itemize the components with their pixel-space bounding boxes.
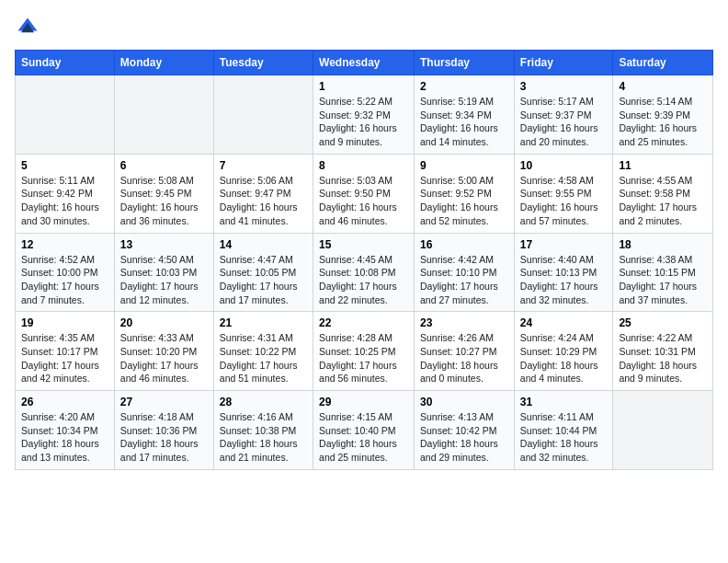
day-number: 6 [120,159,208,172]
calendar-table: SundayMondayTuesdayWednesdayThursdayFrid… [15,50,713,470]
calendar-cell: 29Sunrise: 4:15 AM Sunset: 10:40 PM Dayl… [313,391,415,470]
calendar-cell: 20Sunrise: 4:33 AM Sunset: 10:20 PM Dayl… [114,312,213,391]
calendar-cell [613,391,713,470]
page-header [15,15,713,40]
day-number: 19 [21,316,108,329]
day-info: Sunrise: 4:45 AM Sunset: 10:08 PM Daylig… [319,253,408,307]
day-info: Sunrise: 4:26 AM Sunset: 10:27 PM Daylig… [420,331,508,385]
day-number: 17 [520,238,608,251]
calendar-cell: 14Sunrise: 4:47 AM Sunset: 10:05 PM Dayl… [213,233,313,312]
day-info: Sunrise: 4:33 AM Sunset: 10:20 PM Daylig… [120,331,208,385]
calendar-cell [16,75,115,155]
day-number: 28 [220,396,307,408]
day-number: 5 [21,159,108,172]
week-row-3: 12Sunrise: 4:52 AM Sunset: 10:00 PM Dayl… [16,233,713,312]
day-info: Sunrise: 4:35 AM Sunset: 10:17 PM Daylig… [21,331,108,385]
calendar-cell: 6Sunrise: 5:08 AM Sunset: 9:45 PM Daylig… [114,154,213,233]
week-row-2: 5Sunrise: 5:11 AM Sunset: 9:42 PM Daylig… [16,154,713,233]
calendar-cell: 17Sunrise: 4:40 AM Sunset: 10:13 PM Dayl… [514,233,613,312]
day-number: 31 [520,396,608,408]
calendar-cell: 28Sunrise: 4:16 AM Sunset: 10:38 PM Dayl… [213,391,313,470]
day-number: 10 [520,159,608,172]
calendar-cell: 11Sunrise: 4:55 AM Sunset: 9:58 PM Dayli… [613,154,713,233]
day-number: 16 [420,238,508,251]
calendar-cell: 4Sunrise: 5:14 AM Sunset: 9:39 PM Daylig… [613,75,713,155]
day-info: Sunrise: 4:52 AM Sunset: 10:00 PM Daylig… [21,253,108,307]
col-header-friday: Friday [514,51,613,75]
calendar-cell: 18Sunrise: 4:38 AM Sunset: 10:15 PM Dayl… [613,233,713,312]
day-info: Sunrise: 5:00 AM Sunset: 9:52 PM Dayligh… [420,174,508,228]
calendar-cell: 25Sunrise: 4:22 AM Sunset: 10:31 PM Dayl… [613,312,713,391]
calendar-cell [213,75,313,155]
day-number: 26 [21,396,108,408]
day-info: Sunrise: 4:13 AM Sunset: 10:42 PM Daylig… [420,410,508,465]
logo [15,15,44,40]
calendar-cell: 26Sunrise: 4:20 AM Sunset: 10:34 PM Dayl… [16,391,115,470]
day-number: 1 [319,80,408,93]
day-info: Sunrise: 5:17 AM Sunset: 9:37 PM Dayligh… [520,95,608,149]
calendar-cell: 13Sunrise: 4:50 AM Sunset: 10:03 PM Dayl… [114,233,213,312]
day-number: 4 [619,80,707,93]
calendar-cell: 19Sunrise: 4:35 AM Sunset: 10:17 PM Dayl… [16,312,115,391]
week-row-1: 1Sunrise: 5:22 AM Sunset: 9:32 PM Daylig… [16,75,713,155]
day-number: 3 [520,80,608,93]
day-number: 15 [319,238,408,251]
calendar-cell: 16Sunrise: 4:42 AM Sunset: 10:10 PM Dayl… [415,233,515,312]
day-info: Sunrise: 4:18 AM Sunset: 10:36 PM Daylig… [120,410,208,465]
calendar-cell: 30Sunrise: 4:13 AM Sunset: 10:42 PM Dayl… [415,391,515,470]
day-info: Sunrise: 5:11 AM Sunset: 9:42 PM Dayligh… [21,174,108,228]
day-info: Sunrise: 5:19 AM Sunset: 9:34 PM Dayligh… [420,95,508,149]
day-info: Sunrise: 4:20 AM Sunset: 10:34 PM Daylig… [21,410,108,465]
day-number: 2 [420,80,508,93]
day-number: 11 [619,159,707,172]
calendar-cell: 24Sunrise: 4:24 AM Sunset: 10:29 PM Dayl… [514,312,613,391]
day-info: Sunrise: 5:08 AM Sunset: 9:45 PM Dayligh… [120,174,208,228]
day-info: Sunrise: 4:47 AM Sunset: 10:05 PM Daylig… [220,253,307,307]
day-info: Sunrise: 4:42 AM Sunset: 10:10 PM Daylig… [420,253,508,307]
calendar-cell: 8Sunrise: 5:03 AM Sunset: 9:50 PM Daylig… [313,154,415,233]
day-number: 18 [619,238,707,251]
calendar-cell: 15Sunrise: 4:45 AM Sunset: 10:08 PM Dayl… [313,233,415,312]
day-info: Sunrise: 4:31 AM Sunset: 10:22 PM Daylig… [220,331,307,385]
day-number: 23 [420,316,508,329]
day-number: 29 [319,396,408,408]
calendar-cell: 3Sunrise: 5:17 AM Sunset: 9:37 PM Daylig… [514,75,613,155]
calendar-cell: 2Sunrise: 5:19 AM Sunset: 9:34 PM Daylig… [415,75,515,155]
day-info: Sunrise: 4:28 AM Sunset: 10:25 PM Daylig… [319,331,408,385]
col-header-thursday: Thursday [415,51,515,75]
day-number: 22 [319,316,408,329]
day-number: 20 [120,316,208,329]
col-header-wednesday: Wednesday [313,51,415,75]
day-info: Sunrise: 5:22 AM Sunset: 9:32 PM Dayligh… [319,95,408,149]
calendar-cell: 10Sunrise: 4:58 AM Sunset: 9:55 PM Dayli… [514,154,613,233]
day-info: Sunrise: 4:16 AM Sunset: 10:38 PM Daylig… [220,410,307,465]
calendar-cell: 22Sunrise: 4:28 AM Sunset: 10:25 PM Dayl… [313,312,415,391]
calendar-cell: 7Sunrise: 5:06 AM Sunset: 9:47 PM Daylig… [213,154,313,233]
day-info: Sunrise: 4:22 AM Sunset: 10:31 PM Daylig… [619,331,707,385]
col-header-tuesday: Tuesday [213,51,313,75]
day-info: Sunrise: 5:06 AM Sunset: 9:47 PM Dayligh… [220,174,307,228]
logo-icon [15,15,40,40]
calendar-cell: 1Sunrise: 5:22 AM Sunset: 9:32 PM Daylig… [313,75,415,155]
day-info: Sunrise: 4:55 AM Sunset: 9:58 PM Dayligh… [619,174,707,228]
day-number: 24 [520,316,608,329]
calendar-cell [114,75,213,155]
week-row-4: 19Sunrise: 4:35 AM Sunset: 10:17 PM Dayl… [16,312,713,391]
calendar-cell: 31Sunrise: 4:11 AM Sunset: 10:44 PM Dayl… [514,391,613,470]
day-number: 7 [220,159,307,172]
day-number: 21 [220,316,307,329]
day-number: 12 [21,238,108,251]
day-number: 13 [120,238,208,251]
day-info: Sunrise: 4:58 AM Sunset: 9:55 PM Dayligh… [520,174,608,228]
day-info: Sunrise: 5:03 AM Sunset: 9:50 PM Dayligh… [319,174,408,228]
calendar-cell: 9Sunrise: 5:00 AM Sunset: 9:52 PM Daylig… [415,154,515,233]
day-info: Sunrise: 4:24 AM Sunset: 10:29 PM Daylig… [520,331,608,385]
calendar-cell: 12Sunrise: 4:52 AM Sunset: 10:00 PM Dayl… [16,233,115,312]
day-number: 27 [120,396,208,408]
col-header-monday: Monday [114,51,213,75]
col-header-sunday: Sunday [16,51,115,75]
day-number: 9 [420,159,508,172]
day-info: Sunrise: 4:15 AM Sunset: 10:40 PM Daylig… [319,410,408,465]
week-row-5: 26Sunrise: 4:20 AM Sunset: 10:34 PM Dayl… [16,391,713,470]
day-info: Sunrise: 4:40 AM Sunset: 10:13 PM Daylig… [520,253,608,307]
